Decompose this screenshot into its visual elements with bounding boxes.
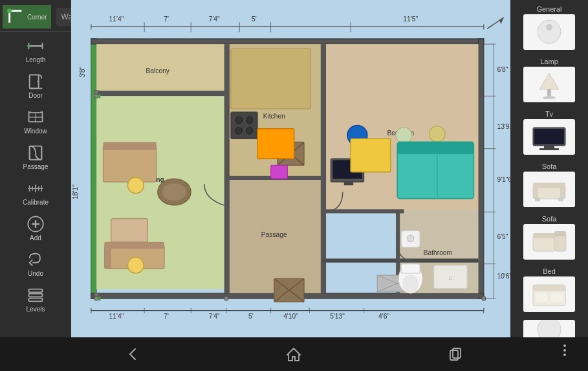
- panel-bed[interactable]: Bed: [510, 265, 588, 315]
- svg-rect-157: [533, 183, 538, 199]
- svg-marker-170: [287, 348, 300, 361]
- door-label: Door: [28, 92, 43, 99]
- svg-rect-42: [479, 39, 484, 298]
- floor-plan-canvas[interactable]: 11'4" 7' 7'4" 5' 11'5" Balcony: [71, 0, 510, 337]
- svg-text:3'8": 3'8": [79, 66, 86, 77]
- svg-rect-24: [29, 298, 43, 302]
- svg-rect-66: [104, 242, 111, 269]
- svg-text:Balcony: Balcony: [146, 67, 169, 74]
- svg-text:7'4": 7'4": [209, 313, 220, 320]
- left-sidebar: Corner Wall 18'1" Length Door: [0, 0, 71, 337]
- undo-button[interactable]: Undo: [0, 247, 71, 281]
- svg-rect-69: [103, 142, 156, 150]
- svg-rect-62: [323, 258, 479, 262]
- svg-point-84: [246, 128, 253, 134]
- svg-rect-23: [29, 294, 43, 297]
- svg-rect-159: [535, 197, 540, 201]
- svg-rect-67: [111, 219, 148, 242]
- svg-point-89: [396, 128, 412, 144]
- svg-point-71: [162, 183, 186, 201]
- svg-rect-59: [96, 91, 226, 95]
- svg-rect-162: [533, 233, 556, 238]
- svg-rect-58: [321, 44, 326, 293]
- svg-point-73: [127, 257, 144, 273]
- svg-text:10'6": 10'6": [497, 273, 510, 280]
- svg-rect-86: [257, 129, 294, 159]
- svg-rect-103: [401, 264, 420, 273]
- add-button[interactable]: Add: [0, 211, 71, 245]
- tv-img: [523, 119, 575, 155]
- svg-text:7': 7': [164, 313, 169, 320]
- svg-rect-57: [224, 44, 230, 293]
- sofa1-label: Sofa: [542, 163, 557, 170]
- length-button[interactable]: Length: [0, 33, 71, 67]
- svg-point-175: [563, 354, 566, 356]
- back-button[interactable]: [120, 341, 146, 367]
- svg-text:Kitchen: Kitchen: [263, 113, 286, 120]
- svg-text:11'4": 11'4": [109, 16, 124, 23]
- svg-rect-40: [91, 39, 96, 298]
- panel-tv[interactable]: Tv: [510, 107, 588, 157]
- svg-rect-65: [104, 242, 164, 249]
- right-panel: General Lamp Tv: [510, 0, 588, 337]
- calibrate-label: Calibrate: [23, 199, 49, 206]
- svg-point-169: [538, 320, 561, 337]
- passage-button[interactable]: Passage: [0, 140, 71, 174]
- tv-label: Tv: [545, 110, 553, 118]
- corner-button[interactable]: Corner: [3, 5, 51, 28]
- svg-text:5': 5': [248, 313, 254, 320]
- svg-text:□: □: [449, 275, 452, 281]
- sofa2-label: Sofa: [542, 215, 557, 223]
- svg-text:13'9.1": 13'9.1": [497, 123, 510, 130]
- svg-rect-22: [29, 289, 43, 293]
- panel-sofa2[interactable]: Sofa: [510, 212, 588, 262]
- panel-lamp2[interactable]: [510, 317, 588, 337]
- door-button[interactable]: Door: [0, 69, 71, 103]
- svg-rect-87: [271, 165, 288, 179]
- svg-marker-148: [539, 73, 559, 89]
- svg-rect-154: [539, 148, 559, 150]
- svg-rect-164: [554, 231, 566, 236]
- calibrate-button[interactable]: Calibrate: [0, 175, 71, 210]
- bottom-nav: [0, 337, 588, 371]
- svg-text:4'6": 4'6": [378, 313, 389, 320]
- svg-rect-61: [323, 209, 404, 213]
- svg-rect-167: [535, 293, 548, 302]
- svg-rect-97: [351, 139, 391, 172]
- svg-point-105: [408, 235, 414, 242]
- svg-text:Passage: Passage: [261, 231, 287, 238]
- general-img: [523, 14, 575, 50]
- svg-point-102: [402, 275, 419, 293]
- svg-text:5': 5': [252, 16, 257, 23]
- recents-button[interactable]: [442, 341, 468, 367]
- panel-sofa1[interactable]: Sofa: [510, 160, 588, 210]
- svg-text:4'10": 4'10": [283, 313, 298, 320]
- svg-point-150: [543, 96, 556, 99]
- panel-general[interactable]: General: [510, 3, 588, 52]
- lamp-label: Lamp: [540, 58, 558, 65]
- length-label: Length: [26, 56, 46, 63]
- bed-img: [523, 276, 575, 312]
- svg-point-0: [7, 8, 12, 13]
- window-label: Window: [24, 128, 47, 135]
- svg-text:9'1"6": 9'1"6": [497, 176, 510, 183]
- home-button[interactable]: [281, 341, 307, 367]
- svg-rect-96: [344, 182, 353, 185]
- levels-button[interactable]: Levels: [0, 282, 71, 317]
- lamp-img: [523, 67, 575, 102]
- svg-point-90: [429, 126, 445, 142]
- window-button[interactable]: Window: [0, 104, 71, 139]
- svg-text:7': 7': [164, 16, 169, 23]
- bed-label: Bed: [543, 267, 556, 275]
- svg-rect-152: [534, 129, 564, 144]
- svg-text:18'1": 18'1": [72, 185, 79, 199]
- svg-rect-160: [558, 197, 563, 201]
- panel-lamp[interactable]: Lamp: [510, 55, 588, 105]
- svg-rect-41: [91, 39, 484, 44]
- svg-point-83: [235, 128, 242, 134]
- svg-rect-85: [231, 49, 310, 109]
- general-label: General: [536, 5, 561, 13]
- sofa1-img: [523, 172, 575, 207]
- svg-point-147: [546, 24, 552, 30]
- more-button[interactable]: [552, 337, 578, 363]
